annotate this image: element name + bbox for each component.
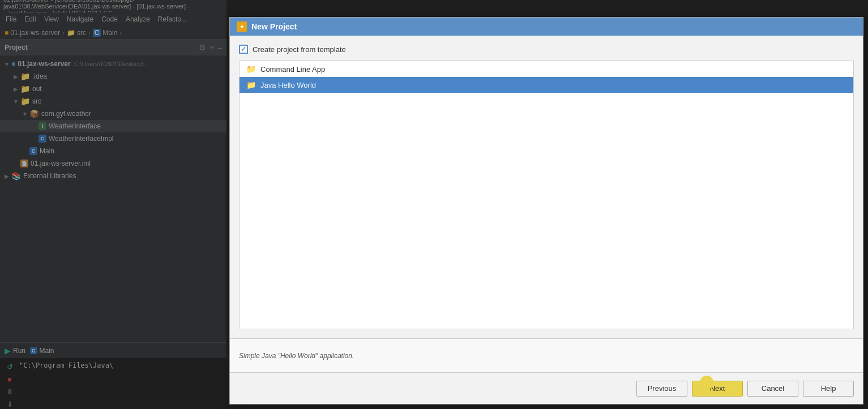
description-bar: Simple Java "Hello World" application.	[230, 338, 863, 372]
template-label-cmdline: Command Line App	[260, 65, 325, 74]
dialog-footer: Previous Next Cancel Help	[230, 372, 863, 404]
template-icon-helloworld: 📁	[246, 80, 256, 89]
dialog-title-bar: ✦ New Project	[230, 18, 863, 36]
create-from-template-checkbox[interactable]	[239, 45, 248, 54]
help-button[interactable]: Help	[803, 381, 854, 397]
dialog-body: Create project from template 📁 Command L…	[230, 36, 863, 338]
previous-button[interactable]: Previous	[636, 381, 687, 397]
dialog-title: New Project	[251, 22, 297, 31]
next-button[interactable]: Next	[692, 381, 743, 397]
description-text: Simple Java "Hello World" application.	[239, 352, 354, 360]
template-icon-cmdline: 📁	[246, 64, 256, 74]
template-label-helloworld: Java Hello World	[260, 81, 316, 89]
new-project-dialog: ✦ New Project Create project from templa…	[229, 17, 863, 404]
template-item-helloworld[interactable]: 📁 Java Hello World	[240, 77, 853, 93]
template-list[interactable]: 📁 Command Line App 📁 Java Hello World	[239, 61, 854, 329]
cancel-button[interactable]: Cancel	[747, 381, 798, 397]
dialog-title-icon: ✦	[237, 21, 247, 32]
checkbox-label: Create project from template	[253, 45, 346, 54]
template-item-cmdline[interactable]: 📁 Command Line App	[240, 61, 853, 77]
checkbox-row: Create project from template	[239, 45, 854, 54]
